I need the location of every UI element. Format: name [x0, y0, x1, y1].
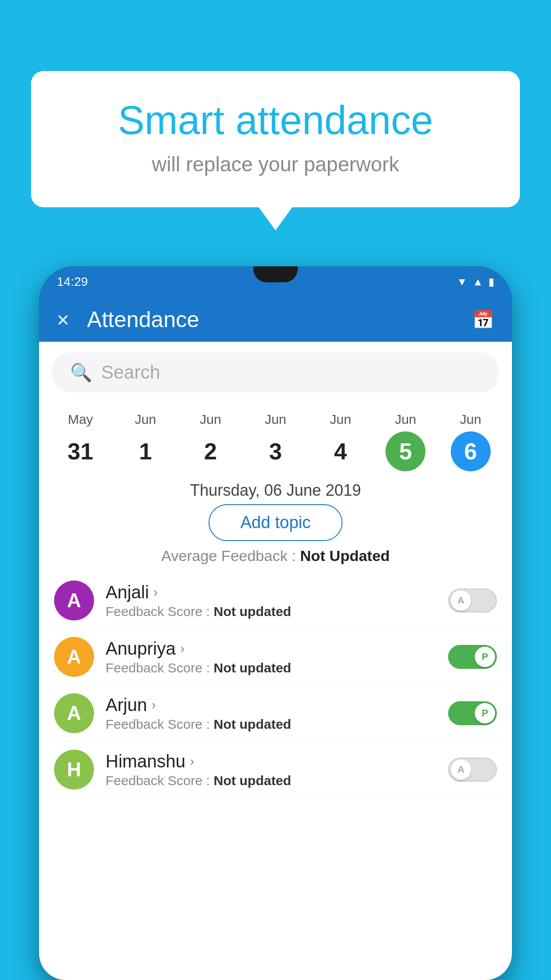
attendance-toggle[interactable]: P — [448, 701, 497, 725]
student-name[interactable]: Anupriya › — [106, 639, 448, 659]
selected-date-label: Thursday, 06 June 2019 — [39, 481, 512, 500]
notch — [253, 266, 298, 282]
avatar: A — [54, 637, 94, 677]
chevron-right-icon: › — [190, 754, 194, 769]
avatar: A — [54, 693, 94, 733]
avatar: H — [54, 750, 94, 790]
add-topic-button[interactable]: Add topic — [209, 504, 342, 541]
status-time: 14:29 — [57, 275, 88, 289]
date-month: Jun — [460, 412, 481, 427]
student-info: Himanshu ›Feedback Score : Not updated — [106, 751, 448, 788]
student-item: AAnjali ›Feedback Score : Not updatedA — [48, 573, 503, 629]
date-day[interactable]: 31 — [60, 431, 100, 471]
attendance-toggle[interactable]: P — [448, 645, 497, 669]
date-scroller: May31Jun1Jun2Jun3Jun4Jun5Jun6 — [39, 403, 512, 476]
header-title: Attendance — [87, 307, 472, 332]
date-item[interactable]: Jun5 — [386, 412, 425, 471]
chevron-right-icon: › — [180, 641, 185, 656]
student-list: AAnjali ›Feedback Score : Not updatedAAA… — [39, 573, 512, 798]
bubble-subtitle: will replace your paperwork — [62, 152, 489, 176]
date-item[interactable]: Jun1 — [126, 412, 165, 471]
toggle-knob: P — [475, 703, 495, 723]
feedback-score: Feedback Score : Not updated — [106, 604, 448, 619]
student-name[interactable]: Arjun › — [106, 695, 448, 715]
date-month: Jun — [265, 412, 286, 427]
status-bar: 14:29 ▼ ▲ ▮ — [39, 266, 512, 297]
speech-bubble-container: Smart attendance will replace your paper… — [31, 71, 520, 207]
speech-bubble: Smart attendance will replace your paper… — [31, 71, 520, 207]
avatar: A — [54, 581, 94, 620]
date-item[interactable]: Jun6 — [451, 412, 491, 471]
student-item: AArjun ›Feedback Score : Not updatedP — [48, 685, 503, 742]
date-item[interactable]: Jun2 — [190, 412, 230, 471]
wifi-icon: ▼ — [457, 276, 467, 288]
battery-icon: ▮ — [488, 276, 494, 288]
status-icons: ▼ ▲ ▮ — [457, 276, 494, 288]
feedback-score: Feedback Score : Not updated — [106, 773, 448, 788]
toggle-knob: P — [475, 647, 495, 667]
student-name[interactable]: Anjali › — [106, 582, 448, 602]
toggle-knob: A — [451, 590, 471, 611]
student-info: Anupriya ›Feedback Score : Not updated — [106, 639, 448, 676]
student-item: AAnupriya ›Feedback Score : Not updatedP — [48, 629, 503, 685]
phone-inner: 14:29 ▼ ▲ ▮ × Attendance 📅 🔍 Search May3… — [39, 266, 512, 980]
close-button[interactable]: × — [57, 308, 69, 332]
chevron-right-icon: › — [153, 585, 158, 600]
student-name[interactable]: Himanshu › — [106, 751, 448, 771]
date-day[interactable]: 5 — [386, 431, 425, 471]
signal-icon: ▲ — [472, 276, 483, 288]
date-month: Jun — [200, 412, 221, 427]
avg-feedback-label: Average Feedback : — [161, 547, 300, 564]
feedback-score: Feedback Score : Not updated — [106, 660, 448, 676]
date-day[interactable]: 1 — [126, 431, 165, 471]
phone-frame: 14:29 ▼ ▲ ▮ × Attendance 📅 🔍 Search May3… — [39, 266, 512, 980]
student-item: HHimanshu ›Feedback Score : Not updatedA — [48, 742, 503, 798]
screen-content: 🔍 Search May31Jun1Jun2Jun3Jun4Jun5Jun6 T… — [39, 342, 512, 980]
date-day[interactable]: 2 — [190, 431, 230, 471]
feedback-score: Feedback Score : Not updated — [106, 717, 448, 732]
toggle-knob: A — [451, 759, 471, 780]
app-header: × Attendance 📅 — [39, 297, 512, 342]
date-day[interactable]: 3 — [256, 431, 295, 471]
student-info: Anjali ›Feedback Score : Not updated — [106, 582, 448, 619]
date-month: Jun — [330, 412, 351, 427]
date-item[interactable]: Jun4 — [321, 412, 361, 471]
bubble-title: Smart attendance — [62, 98, 489, 143]
avg-feedback: Average Feedback : Not Updated — [39, 547, 512, 565]
date-month: Jun — [395, 412, 416, 427]
date-item[interactable]: May31 — [60, 412, 100, 471]
calendar-icon[interactable]: 📅 — [472, 309, 494, 330]
chevron-right-icon: › — [151, 697, 156, 712]
student-info: Arjun ›Feedback Score : Not updated — [106, 695, 448, 732]
search-icon: 🔍 — [70, 362, 92, 383]
attendance-toggle[interactable]: A — [448, 758, 497, 782]
search-bar[interactable]: 🔍 Search — [52, 352, 499, 392]
date-month: Jun — [135, 412, 156, 427]
date-month: May — [68, 412, 93, 427]
date-day[interactable]: 6 — [451, 431, 491, 471]
avg-feedback-value: Not Updated — [300, 547, 390, 564]
date-item[interactable]: Jun3 — [256, 412, 295, 471]
search-placeholder: Search — [101, 362, 160, 383]
attendance-toggle[interactable]: A — [448, 589, 497, 612]
date-day[interactable]: 4 — [321, 431, 361, 471]
